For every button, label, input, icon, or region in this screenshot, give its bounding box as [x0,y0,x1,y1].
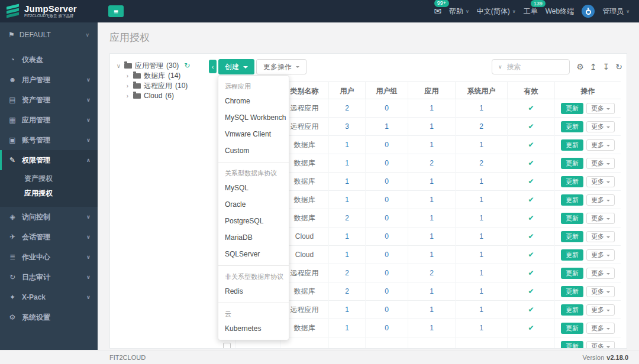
tree-node[interactable]: ›Cloud(6) [125,91,208,100]
cell-users-count-link[interactable]: 2 [345,287,349,295]
cell-apps-count-link[interactable]: 1 [430,251,434,259]
web-terminal-link[interactable]: Web终端 [546,6,574,17]
chevron-right-icon[interactable]: › [125,83,130,89]
update-button[interactable]: 更新 [561,213,583,224]
cell-system-users-count-link[interactable]: 1 [479,306,483,314]
row-more-button[interactable]: 更多 [586,341,615,349]
cell-system-users-count-link[interactable]: 2 [479,122,483,131]
update-button[interactable]: 更新 [561,231,583,242]
sidebar-item-sessions[interactable]: ✈会话管理∨ [0,227,98,247]
menu-item-custom[interactable]: Custom [218,142,289,159]
import-icon[interactable]: ↥ [590,62,597,72]
cell-system-users-count-link[interactable]: 1 [479,214,483,222]
cell-apps-count-link[interactable]: 1 [430,104,434,112]
cell-system-users-count-link[interactable]: 1 [479,287,483,295]
help-menu[interactable]: 帮助 ∨ [449,6,469,17]
sidebar-item-accounts[interactable]: ▣账号管理∨ [0,130,98,150]
update-button[interactable]: 更新 [561,139,583,151]
cell-users-count-link[interactable]: 1 [345,324,349,332]
update-button[interactable]: 更新 [561,286,583,297]
cell-apps-count-link[interactable]: 1 [430,177,434,186]
cell-users-count-link[interactable]: 2 [345,269,349,277]
row-more-button[interactable]: 更多 [586,249,615,261]
cell-apps-count-link[interactable]: 1 [430,122,434,131]
sidebar-subitem-asset-permissions[interactable]: 资产授权 [0,171,98,186]
sidebar-item-xpack[interactable]: ✦X-Pack∨ [0,287,98,307]
sidebar-item-assets[interactable]: ▤资产管理∨ [0,90,98,110]
row-more-button[interactable]: 更多 [586,176,615,187]
tree-refresh-icon[interactable]: ↻ [184,61,190,70]
cell-users-count-link[interactable]: 1 [345,232,349,240]
cell-user-groups-count-link[interactable]: 0 [385,214,389,222]
row-more-button[interactable]: 更多 [586,286,615,297]
menu-item-redis[interactable]: Redis [218,283,289,300]
cell-apps-count-link[interactable]: 1 [430,141,434,149]
cell-users-count-link[interactable]: 1 [345,306,349,314]
ticket-menu[interactable]: 工单 139 [524,6,538,17]
row-more-button[interactable]: 更多 [586,121,615,132]
update-button[interactable]: 更新 [561,323,583,334]
row-more-button[interactable]: 更多 [586,231,615,242]
menu-item-vmware-client[interactable]: Vmware Client [218,126,289,142]
menu-item-kubernetes[interactable]: Kubernetes [218,320,289,337]
cell-apps-count-link[interactable]: 1 [430,287,434,295]
row-more-button[interactable]: 更多 [586,158,615,169]
cell-system-users-count-link[interactable]: 1 [479,324,483,332]
cell-users-count-link[interactable]: 1 [345,141,349,149]
update-button[interactable]: 更新 [561,249,583,261]
row-more-button[interactable]: 更多 [586,103,615,114]
cell-system-users-count-link[interactable]: 1 [479,269,483,277]
search-filter-chevron-icon[interactable]: ∨ [492,64,507,70]
tree-node[interactable]: ›数据库(14) [125,71,208,80]
update-button[interactable]: 更新 [561,194,583,206]
cell-user-groups-count-link[interactable]: 0 [385,232,389,240]
sidebar-item-settings[interactable]: ⚙系统设置 [0,307,98,327]
cell-users-count-link[interactable]: 1 [345,251,349,259]
cell-apps-count-link[interactable]: 1 [430,214,434,222]
row-more-button[interactable]: 更多 [586,323,615,334]
cell-users-count-link[interactable]: 2 [345,104,349,112]
user-avatar[interactable] [582,5,595,18]
cell-apps-count-link[interactable]: 1 [430,306,434,314]
cell-users-count-link[interactable]: 1 [345,177,349,186]
menu-item-oracle[interactable]: Oracle [218,196,289,213]
export-icon[interactable]: ↧ [603,62,610,72]
cell-system-users-count-link[interactable]: 1 [479,104,483,112]
cell-system-users-count-link[interactable]: 1 [479,141,483,149]
admin-menu[interactable]: 管理员 ∨ [602,6,630,17]
chevron-down-icon[interactable]: ∨ [116,63,121,69]
mail-button[interactable]: ✉ 99+ [434,6,441,17]
row-more-button[interactable]: 更多 [586,213,615,224]
search-input[interactable] [507,63,569,71]
sidebar-toggle-button[interactable]: ≡ [108,5,124,17]
cell-user-groups-count-link[interactable]: 0 [385,324,389,332]
menu-item-mysql[interactable]: MySQL [218,180,289,196]
menu-item-mysql-workbench[interactable]: MySQL Workbench [218,109,289,126]
row-more-button[interactable]: 更多 [586,194,615,206]
cell-system-users-count-link[interactable]: 2 [479,159,483,167]
cell-apps-count-link[interactable]: 1 [430,324,434,332]
update-button[interactable]: 更新 [561,268,583,279]
sidebar-item-access-control[interactable]: ◈访问控制∨ [0,207,98,227]
cell-user-groups-count-link[interactable]: 0 [385,306,389,314]
update-button[interactable]: 更新 [561,158,583,169]
chevron-right-icon[interactable]: › [125,73,130,79]
sidebar-item-applications[interactable]: ▦应用管理∨ [0,110,98,130]
refresh-icon[interactable]: ↻ [615,62,622,72]
menu-item-sqlserver[interactable]: SQLServer [218,246,289,262]
update-button[interactable]: 更新 [561,176,583,187]
tree-node[interactable]: ›远程应用(10) [125,81,208,90]
sidebar-item-job-center[interactable]: ≣作业中心∨ [0,247,98,267]
table-settings-gear-icon[interactable]: ⚙ [576,62,584,72]
collapse-tree-button[interactable]: ‹ [209,60,217,73]
sidebar-item-audit[interactable]: ↻日志审计∨ [0,267,98,287]
row-more-button[interactable]: 更多 [586,139,615,151]
row-more-button[interactable]: 更多 [586,304,615,316]
cell-users-count-link[interactable]: 3 [345,122,349,131]
cell-apps-count-link[interactable]: 2 [430,269,434,277]
cell-user-groups-count-link[interactable]: 0 [385,141,389,149]
cell-apps-count-link[interactable]: 2 [430,159,434,167]
cell-users-count-link[interactable]: 1 [345,196,349,204]
language-menu[interactable]: 中文(简体) ∨ [477,6,516,17]
cell-apps-count-link[interactable]: 1 [430,196,434,204]
